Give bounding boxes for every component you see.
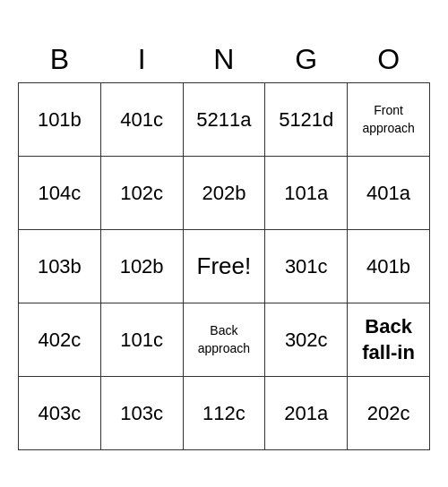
cell-r2-c0: 103b <box>19 230 101 303</box>
cell-r1-c0: 104c <box>19 157 101 230</box>
cell-r4-c1: 103c <box>100 377 183 450</box>
cell-r4-c2: 112c <box>183 377 265 450</box>
cell-r4-c3: 201a <box>265 377 348 450</box>
header-cell-b: B <box>19 37 101 83</box>
cell-r2-c2: Free! <box>183 230 265 303</box>
cell-r3-c0: 402c <box>19 303 101 377</box>
cell-r4-c4: 202c <box>348 377 430 450</box>
cell-r1-c3: 101a <box>265 157 348 230</box>
cell-r3-c4: Back fall-in <box>348 303 430 377</box>
cell-r2-c1: 102b <box>100 230 183 303</box>
cell-r1-c1: 102c <box>100 157 183 230</box>
cell-r2-c4: 401b <box>348 230 430 303</box>
cell-r0-c1: 401c <box>100 83 183 157</box>
bingo-card: BINGO 101b401c5211a5121dFront approach10… <box>18 37 430 451</box>
header-cell-n: N <box>183 37 265 83</box>
header-row: BINGO <box>19 37 430 83</box>
header-cell-i: I <box>100 37 183 83</box>
row-4: 403c103c112c201a202c <box>19 377 430 450</box>
cell-r0-c0: 101b <box>19 83 101 157</box>
header-cell-o: O <box>348 37 430 83</box>
row-0: 101b401c5211a5121dFront approach <box>19 83 430 157</box>
cell-r1-c2: 202b <box>183 157 265 230</box>
cell-r3-c2: Back approach <box>183 303 265 377</box>
cell-r2-c3: 301c <box>265 230 348 303</box>
cell-r1-c4: 401a <box>348 157 430 230</box>
header-cell-g: G <box>265 37 348 83</box>
cell-r0-c2: 5211a <box>183 83 265 157</box>
cell-r4-c0: 403c <box>19 377 101 450</box>
row-3: 402c101cBack approach302cBack fall-in <box>19 303 430 377</box>
cell-r3-c3: 302c <box>265 303 348 377</box>
cell-r0-c4: Front approach <box>348 83 430 157</box>
row-1: 104c102c202b101a401a <box>19 157 430 230</box>
cell-r3-c1: 101c <box>100 303 183 377</box>
cell-r0-c3: 5121d <box>265 83 348 157</box>
row-2: 103b102bFree!301c401b <box>19 230 430 303</box>
